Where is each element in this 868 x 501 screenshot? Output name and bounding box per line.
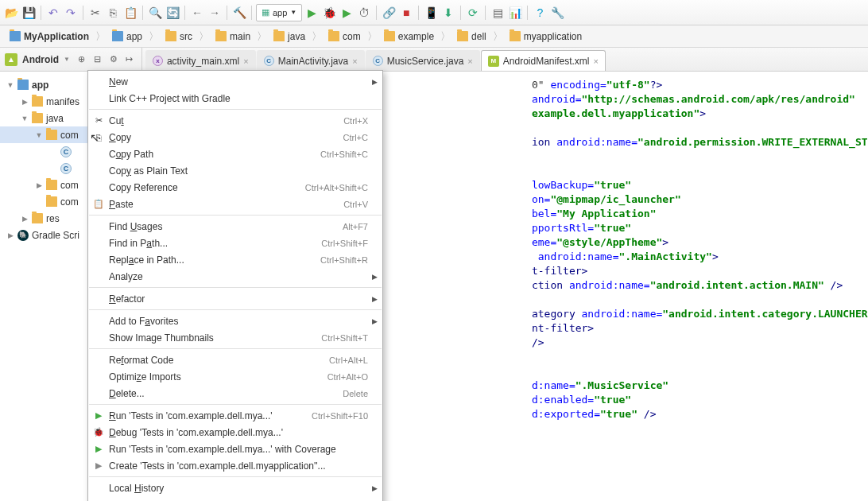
redo-icon[interactable]: ↷	[63, 5, 79, 21]
close-icon[interactable]: ×	[243, 56, 248, 66]
menu-item[interactable]: Local History▶	[88, 480, 382, 496]
menu-item[interactable]: Find UsagesAlt+F7	[88, 218, 382, 235]
menu-item[interactable]: ▶Run 'Tests in 'com.example.dell.mya...'…	[88, 407, 382, 424]
expand-arrow-icon[interactable]: ▶	[35, 181, 43, 189]
menu-shortcut: Ctrl+V	[343, 200, 368, 209]
scroll-from-icon[interactable]: ⊕	[75, 52, 89, 67]
back-icon[interactable]: ←	[189, 5, 205, 21]
undo-icon[interactable]: ↶	[45, 5, 61, 21]
menu-item[interactable]: Find in Path...Ctrl+Shift+F	[88, 235, 382, 251]
breadcrumb-item[interactable]: MyApplication	[5, 29, 94, 44]
menu-item[interactable]: ▶Create 'Tests in 'com.example.dell.myap…	[88, 457, 382, 474]
breadcrumb-item[interactable]: main	[211, 29, 255, 44]
menu-item[interactable]: New▶	[88, 73, 382, 90]
menu-item[interactable]: Reformat CodeCtrl+Alt+L	[88, 351, 382, 368]
gear-icon[interactable]: ⚙	[107, 52, 121, 67]
menu-shortcut: Ctrl+Alt+Shift+C	[305, 183, 368, 192]
hide-icon[interactable]: ↦	[122, 52, 137, 67]
expand-arrow-icon[interactable]: ▶	[6, 231, 14, 239]
structure-icon[interactable]: ▤	[490, 5, 506, 21]
settings-icon[interactable]: 🔧	[549, 5, 565, 21]
breadcrumb-item[interactable]: java	[269, 29, 310, 44]
separator	[83, 6, 83, 20]
breadcrumb-item[interactable]: com	[324, 29, 366, 44]
chevron-right-icon: 〉	[493, 29, 503, 44]
editor-tab[interactable]: xactivity_main.xml×	[145, 50, 256, 71]
debug-icon[interactable]: 🐞	[321, 5, 337, 21]
menu-item[interactable]: Show Image ThumbnailsCtrl+Shift+T	[88, 329, 382, 346]
menu-item-label: Show Image Thumbnails	[109, 332, 321, 344]
sync-icon[interactable]: ⟳	[465, 5, 481, 21]
menu-item-icon: ▶	[92, 410, 105, 422]
collapse-icon[interactable]: ⊟	[91, 52, 105, 67]
chevron-down-icon: ▼	[290, 9, 296, 16]
menu-item[interactable]: Add to Favorites▶	[88, 313, 382, 329]
coverage-icon[interactable]: ▶	[339, 5, 355, 21]
menu-item[interactable]: Copy PathCtrl+Shift+C	[88, 146, 382, 162]
menu-item-label: Refactor	[109, 293, 368, 305]
breadcrumb-item[interactable]: src	[161, 29, 197, 44]
profile-icon[interactable]: ⏱	[356, 5, 372, 21]
build-icon[interactable]: 🔨	[231, 5, 247, 21]
file-type-icon: C	[264, 56, 274, 66]
breadcrumb-item[interactable]: myapplication	[505, 29, 587, 44]
menu-item-label: New	[109, 76, 368, 87]
menu-item[interactable]: Analyze▶	[88, 268, 382, 285]
separator	[227, 6, 227, 20]
run-config-combo[interactable]: ▦ app ▼	[256, 4, 302, 21]
cut-icon[interactable]: ✂	[87, 5, 103, 21]
editor-tab[interactable]: CMainActivity.java×	[257, 50, 365, 71]
breadcrumb-item[interactable]: example	[379, 29, 439, 44]
folder-icon	[384, 31, 395, 41]
help-icon[interactable]: ?	[532, 5, 548, 21]
replace-icon[interactable]: 🔄	[165, 5, 180, 21]
close-icon[interactable]: ×	[352, 56, 357, 66]
sdk-icon[interactable]: ⬇	[440, 5, 456, 21]
expand-arrow-icon[interactable]: ▶	[21, 215, 29, 223]
expand-arrow-icon[interactable]: ▼	[21, 115, 29, 122]
menu-item[interactable]: 📋PasteCtrl+V	[88, 196, 382, 212]
submenu-arrow-icon: ▶	[372, 273, 378, 281]
open-icon[interactable]: 📂	[3, 5, 19, 21]
breadcrumb-item[interactable]: app	[107, 29, 147, 44]
copy-icon[interactable]: ⎘	[105, 5, 121, 21]
forward-icon[interactable]: →	[207, 5, 223, 21]
menu-item[interactable]: ▶Run 'Tests in 'com.example.dell.mya...'…	[88, 441, 382, 457]
run-icon[interactable]: ▶	[304, 5, 320, 21]
attach-icon[interactable]: 🔗	[381, 5, 397, 21]
menu-item-label: Run 'Tests in 'com.example.dell.mya...'	[109, 410, 312, 421]
editor-tab[interactable]: MAndroidManifest.xml×	[481, 50, 606, 71]
find-icon[interactable]: 🔍	[147, 5, 163, 21]
menu-item[interactable]: ⎘CopyCtrl+C	[88, 129, 382, 146]
chevron-right-icon: 〉	[95, 29, 106, 44]
expand-arrow-icon[interactable]: ▶	[21, 98, 29, 106]
chevron-down-icon[interactable]: ▼	[64, 56, 70, 63]
menu-item-label: Copy Reference	[109, 182, 305, 193]
menu-item[interactable]: Refactor▶	[88, 290, 382, 307]
file-type-icon: C	[373, 56, 383, 66]
editor-tab[interactable]: CMusicService.java×	[366, 50, 480, 71]
stats-icon[interactable]: 📊	[507, 5, 523, 21]
paste-icon[interactable]: 📋	[122, 5, 138, 21]
breadcrumb-item[interactable]: dell	[452, 29, 491, 44]
project-view-title[interactable]: Android	[22, 54, 59, 65]
close-icon[interactable]: ×	[467, 56, 472, 66]
menu-item[interactable]: Replace in Path...Ctrl+Shift+R	[88, 251, 382, 268]
menu-item[interactable]: Copy as Plain Text	[88, 162, 382, 179]
save-icon[interactable]: 💾	[21, 5, 37, 21]
menu-item[interactable]: Copy ReferenceCtrl+Alt+Shift+C	[88, 179, 382, 196]
tab-label: MusicService.java	[387, 56, 464, 67]
menu-item[interactable]: Delete...Delete	[88, 385, 382, 402]
expand-arrow-icon[interactable]: ▼	[6, 81, 14, 89]
menu-item[interactable]: 🐞Debug 'Tests in 'com.example.dell.mya..…	[88, 424, 382, 441]
menu-item[interactable]: Optimize ImportsCtrl+Alt+O	[88, 368, 382, 385]
menu-item[interactable]: ⟳Synchronize 'myapplication'	[88, 496, 382, 501]
stop-icon[interactable]: ■	[398, 5, 414, 21]
menu-item-label: Reformat Code	[109, 355, 329, 366]
expand-arrow-icon[interactable]: ▼	[35, 131, 43, 139]
close-icon[interactable]: ×	[594, 56, 599, 66]
avd-icon[interactable]: 📱	[423, 5, 439, 21]
menu-item[interactable]: Link C++ Project with Gradle	[88, 90, 382, 107]
menu-separator	[89, 287, 382, 288]
menu-item[interactable]: ✂CutCtrl+X	[88, 112, 382, 129]
